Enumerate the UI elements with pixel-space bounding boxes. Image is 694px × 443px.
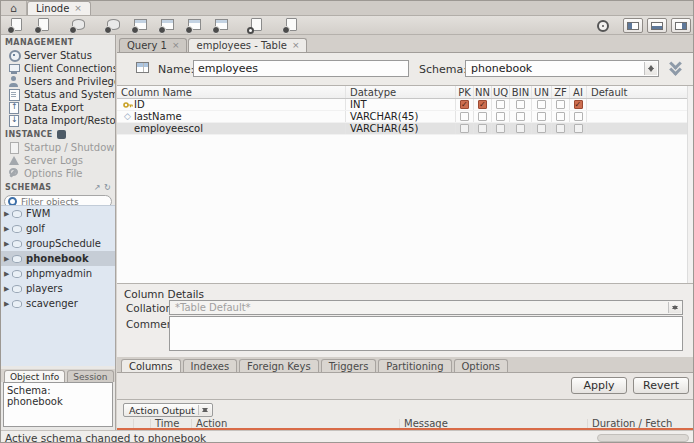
tab-indexes[interactable]: Indexes xyxy=(183,359,238,372)
tab-object-info[interactable]: Object Info xyxy=(4,370,65,382)
create-table-icon[interactable] xyxy=(129,17,153,34)
col-header-uq[interactable]: UQ xyxy=(491,86,509,98)
reconnect-dbms-icon[interactable] xyxy=(280,17,304,34)
checkbox-un[interactable] xyxy=(537,124,546,133)
comment-textarea[interactable] xyxy=(169,316,683,351)
expander-icon[interactable]: ▶ xyxy=(4,210,12,218)
col-header-default[interactable]: Default xyxy=(586,86,694,98)
checkbox-bin[interactable] xyxy=(516,124,525,133)
toggle-right-panel-button[interactable] xyxy=(671,18,691,33)
close-icon[interactable]: × xyxy=(74,4,82,13)
tab-employees-table[interactable]: employees - Table × xyxy=(188,38,307,52)
checkbox-ai[interactable] xyxy=(574,112,583,121)
expander-icon[interactable]: ▶ xyxy=(4,240,12,248)
tab-query-1[interactable]: Query 1 × xyxy=(119,38,187,52)
create-function-icon[interactable] xyxy=(210,17,234,34)
checkbox-zf[interactable] xyxy=(556,124,565,133)
table-name-input[interactable] xyxy=(193,60,409,77)
ao-col-duration[interactable]: Duration / Fetch xyxy=(587,419,694,428)
open-sql-script-icon[interactable] xyxy=(32,17,56,34)
revert-button[interactable]: Revert xyxy=(633,377,689,394)
column-row-id[interactable]: ID INT xyxy=(117,99,694,111)
sidebar-item-client-connections[interactable]: Client Connections xyxy=(1,62,115,75)
create-schema-icon[interactable] xyxy=(102,17,126,34)
home-tab[interactable]: ⌂ xyxy=(1,1,27,15)
col-header-un[interactable]: UN xyxy=(531,86,551,98)
expander-icon[interactable]: ▶ xyxy=(4,270,12,278)
new-query-tab-icon[interactable] xyxy=(5,17,29,34)
inspector-icon[interactable] xyxy=(67,17,91,34)
checkbox-ai[interactable] xyxy=(574,124,583,133)
sidebar-item-server-status[interactable]: Server Status xyxy=(1,49,115,62)
expander-icon[interactable]: ▶ xyxy=(4,225,12,233)
sidebar-item-data-export[interactable]: Data Export xyxy=(1,101,115,114)
apply-button[interactable]: Apply xyxy=(571,377,627,394)
checkbox-pk[interactable] xyxy=(460,124,469,133)
schema-item-fwm[interactable]: ▶FWM xyxy=(1,206,115,221)
checkbox-uq[interactable] xyxy=(496,100,505,109)
sidebar-item-server-logs[interactable]: Server Logs xyxy=(1,154,115,167)
collation-select[interactable]: *Table Default* xyxy=(169,300,683,315)
connection-tab[interactable]: Linode × xyxy=(27,1,91,15)
tab-session[interactable]: Session xyxy=(67,370,113,382)
tab-foreign-keys[interactable]: Foreign Keys xyxy=(239,359,319,372)
create-view-icon[interactable] xyxy=(156,17,180,34)
checkbox-uq[interactable] xyxy=(496,112,505,121)
expander-icon[interactable]: ▶ xyxy=(4,255,12,263)
action-output-select[interactable]: Action Output xyxy=(123,403,213,417)
tab-columns[interactable]: Columns xyxy=(121,359,181,372)
schema-item-phonebook[interactable]: ▶phonebook xyxy=(1,251,115,266)
col-header-bin[interactable]: BIN xyxy=(509,86,531,98)
create-procedure-icon[interactable] xyxy=(183,17,207,34)
checkbox-nn[interactable] xyxy=(478,124,487,133)
col-header-pk[interactable]: PK xyxy=(455,86,473,98)
sidebar-item-data-import[interactable]: Data Import/Restore xyxy=(1,114,115,127)
col-header-ai[interactable]: AI xyxy=(569,86,586,98)
tab-triggers[interactable]: Triggers xyxy=(321,359,377,372)
column-row-lastname[interactable]: ◇lastName VARCHAR(45) xyxy=(117,111,694,123)
close-icon[interactable]: × xyxy=(172,41,180,50)
ao-col-action[interactable]: Action xyxy=(191,419,399,428)
col-header-zf[interactable]: ZF xyxy=(551,86,569,98)
dashboard-gauge-icon[interactable] xyxy=(597,20,609,32)
refresh-schemas-icon[interactable]: ↻ xyxy=(104,183,111,192)
schema-select[interactable]: phonebook xyxy=(465,60,659,77)
col-header-name[interactable]: Column Name xyxy=(117,86,345,98)
checkbox-un[interactable] xyxy=(537,100,546,109)
col-header-datatype[interactable]: Datatype xyxy=(345,86,455,98)
checkbox-bin[interactable] xyxy=(516,112,525,121)
tab-partitioning[interactable]: Partitioning xyxy=(378,359,451,372)
schema-item-groupschedule[interactable]: ▶groupSchedule xyxy=(1,236,115,251)
column-row-employeescol[interactable]: employeescol VARCHAR(45) xyxy=(117,123,694,135)
sidebar-item-status-variables[interactable]: Status and System Variables xyxy=(1,88,115,101)
close-icon[interactable]: × xyxy=(292,41,300,50)
col-header-nn[interactable]: NN xyxy=(473,86,491,98)
expand-schemas-icon[interactable]: ↗ xyxy=(94,183,101,192)
stepper-icon[interactable] xyxy=(644,62,657,75)
toggle-bottom-panel-button[interactable] xyxy=(647,18,667,33)
search-table-data-icon[interactable] xyxy=(245,17,269,34)
collapse-panel-icon[interactable] xyxy=(669,59,685,77)
checkbox-pk[interactable] xyxy=(460,112,469,121)
checkbox-nn[interactable] xyxy=(478,100,487,109)
checkbox-bin[interactable] xyxy=(516,100,525,109)
expander-icon[interactable]: ▶ xyxy=(4,300,12,308)
schema-item-golf[interactable]: ▶golf xyxy=(1,221,115,236)
checkbox-zf[interactable] xyxy=(556,100,565,109)
checkbox-uq[interactable] xyxy=(496,124,505,133)
sidebar-item-startup-shutdown[interactable]: Startup / Shutdown xyxy=(1,141,115,154)
checkbox-zf[interactable] xyxy=(556,112,565,121)
schema-item-phpmyadmin[interactable]: ▶phpmyadmin xyxy=(1,266,115,281)
checkbox-ai[interactable] xyxy=(574,100,583,109)
ao-col-time[interactable]: Time xyxy=(150,419,191,428)
sidebar-item-users-privileges[interactable]: Users and Privileges xyxy=(1,75,115,88)
schema-item-players[interactable]: ▶players xyxy=(1,281,115,296)
stepper-icon[interactable] xyxy=(198,405,211,415)
checkbox-un[interactable] xyxy=(537,112,546,121)
grid-vertical-scrollbar[interactable] xyxy=(687,86,694,283)
sidebar-item-options-file[interactable]: Options File xyxy=(1,167,115,180)
horizontal-scrollbar-thumb[interactable] xyxy=(597,434,689,442)
expander-icon[interactable]: ▶ xyxy=(4,285,12,293)
ao-col-message[interactable]: Message xyxy=(399,419,587,428)
checkbox-pk[interactable] xyxy=(460,100,469,109)
